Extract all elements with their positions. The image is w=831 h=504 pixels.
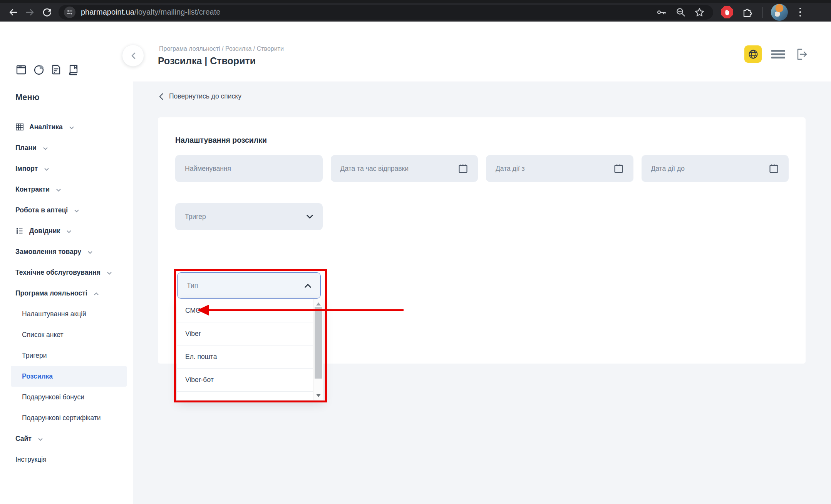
site-info-icon[interactable] <box>64 7 75 18</box>
url-host: pharmapoint.ua <box>81 8 134 16</box>
name-input-field[interactable] <box>185 165 313 173</box>
list-icon <box>15 227 24 235</box>
profile-avatar[interactable] <box>771 4 788 21</box>
sidebar-item-questionnaires[interactable]: Список анкет <box>0 324 133 345</box>
sidebar-quick-icons <box>15 64 79 75</box>
sidebar-item-analytics[interactable]: Аналітика <box>0 117 133 137</box>
toolbar-separator <box>762 7 763 18</box>
sidebar-item-import[interactable]: Імпорт <box>0 158 133 179</box>
name-input[interactable] <box>175 155 323 182</box>
fields-row: Дата та час відправки Дата дії з Дата ді… <box>175 155 789 182</box>
sidebar-item-mailing-active[interactable]: Розсилка <box>11 366 127 387</box>
chevron-down-icon <box>107 272 112 275</box>
book-icon[interactable] <box>68 64 79 75</box>
sidebar-menu: Аналітика Плани Імпорт Контракти Робота … <box>0 117 133 470</box>
sidebar-item-directory[interactable]: Довідник <box>0 220 133 241</box>
forward-icon[interactable] <box>22 4 39 21</box>
page-title: Розсилка | Створити <box>158 55 256 67</box>
header-actions <box>744 45 809 63</box>
scroll-down-arrow-icon[interactable] <box>316 394 321 397</box>
browser-toolbar: pharmapoint.ua/loyalty/mailing-list/crea… <box>0 3 831 22</box>
type-select[interactable]: Тип <box>177 272 321 299</box>
tab-strip <box>0 0 831 3</box>
chevron-down-icon <box>44 168 49 171</box>
sidebar-item-maintenance[interactable]: Технічне обслуговування <box>0 262 133 283</box>
sidebar-collapse-button[interactable] <box>122 45 144 67</box>
adblock-extension-icon[interactable] <box>721 6 733 18</box>
chevron-down-icon <box>56 189 61 192</box>
breadcrumb[interactable]: Програма лояльності / Розсилка / Створит… <box>159 45 284 52</box>
chevron-up-icon <box>305 284 311 288</box>
chevron-down-icon <box>43 147 48 150</box>
bookmark-star-icon[interactable] <box>694 7 705 17</box>
chevron-left-icon <box>159 93 163 100</box>
globe-icon <box>747 48 759 60</box>
chevron-left-icon <box>131 52 136 59</box>
chevron-down-icon <box>74 209 79 212</box>
url-text[interactable]: pharmapoint.ua/loyalty/mailing-list/crea… <box>81 8 220 17</box>
sidebar-item-gift-certificates[interactable]: Подарункові сертифікати <box>0 407 133 428</box>
dropdown-option-email[interactable]: Ел. пошта <box>177 345 313 369</box>
document-icon[interactable] <box>51 64 62 75</box>
language-globe-button[interactable] <box>744 45 762 63</box>
hamburger-menu-icon[interactable] <box>771 49 786 60</box>
sidebar-item-plans[interactable]: Плани <box>0 137 133 158</box>
menu-title: Меню <box>15 92 40 102</box>
chevron-down-icon <box>38 438 43 441</box>
trigger-select[interactable]: Тригер <box>175 203 323 230</box>
browser-chrome: pharmapoint.ua/loyalty/mailing-list/crea… <box>0 0 831 22</box>
dropdown-option-viber[interactable]: Viber <box>177 322 313 345</box>
sidebar-item-gift-bonuses[interactable]: Подарункові бонуси <box>0 387 133 407</box>
chevron-down-icon <box>67 230 71 233</box>
table-grid-icon <box>15 123 24 131</box>
card-title: Налаштування розсилки <box>175 136 267 145</box>
sidebar-item-promo-settings[interactable]: Налаштування акцій <box>0 304 133 324</box>
chevron-down-icon <box>69 126 74 129</box>
calendar-icon[interactable] <box>769 163 779 174</box>
password-key-icon[interactable] <box>656 7 667 18</box>
dropdown-option-sms[interactable]: СМС <box>177 299 313 322</box>
browser-menu-icon[interactable] <box>796 8 805 17</box>
address-bar[interactable]: pharmapoint.ua/loyalty/mailing-list/crea… <box>59 5 713 20</box>
scroll-up-arrow-icon[interactable] <box>316 302 321 305</box>
sidebar-item-contracts[interactable]: Контракти <box>0 179 133 200</box>
back-to-list-link[interactable]: Повернутись до списку <box>159 92 241 100</box>
back-icon[interactable] <box>5 4 22 21</box>
sidebar: Меню Аналітика Плани Імпорт Контракти Ро… <box>0 22 133 504</box>
zoom-out-icon[interactable] <box>675 7 686 17</box>
calendar-icon[interactable] <box>458 163 468 174</box>
date-to-input[interactable]: Дата дії до <box>642 155 789 182</box>
reload-icon[interactable] <box>39 4 55 21</box>
date-from-input[interactable]: Дата дії з <box>486 155 633 182</box>
chevron-up-icon <box>94 292 99 295</box>
logout-icon[interactable] <box>795 47 809 61</box>
send-datetime-input[interactable]: Дата та час відправки <box>331 155 478 182</box>
calendar-icon[interactable] <box>613 163 624 174</box>
url-path: /loyalty/mailing-list/create <box>134 8 220 16</box>
pie-chart-icon[interactable] <box>33 64 45 75</box>
sidebar-item-pharmacy-work[interactable]: Робота в аптеці <box>0 200 133 220</box>
sidebar-item-triggers[interactable]: Тригери <box>0 345 133 366</box>
sidebar-item-label: Аналітика <box>29 123 63 131</box>
dropdown-option-viber-bot[interactable]: Viber-бот <box>177 369 313 392</box>
scrollbar-thumb[interactable] <box>315 307 322 379</box>
sidebar-item-loyalty-program[interactable]: Програма лояльності <box>0 283 133 304</box>
archive-box-icon[interactable] <box>15 64 27 75</box>
chevron-down-icon <box>88 251 92 254</box>
chevron-down-icon <box>307 215 313 219</box>
sidebar-item-site[interactable]: Сайт <box>0 428 133 449</box>
sidebar-item-goods-order[interactable]: Замовлення товару <box>0 241 133 262</box>
type-dropdown-list: СМС Viber Ел. пошта Viber-бот <box>177 299 323 400</box>
dropdown-scrollbar[interactable] <box>313 299 323 400</box>
sidebar-item-instruction[interactable]: Інструкція <box>0 449 133 470</box>
card-divider <box>175 251 789 251</box>
page-header: Програма лояльності / Розсилка / Створит… <box>133 22 831 82</box>
extensions-puzzle-icon[interactable] <box>742 7 753 18</box>
